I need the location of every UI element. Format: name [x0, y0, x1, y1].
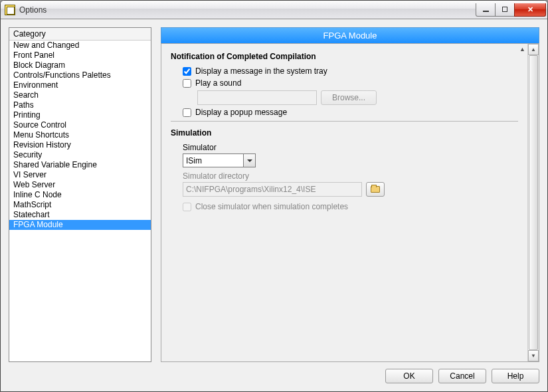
settings-scroll-area: ▲ Notification of Completed Compilation …: [161, 43, 539, 362]
category-item[interactable]: Environment: [9, 80, 151, 90]
row-display-popup: Display a popup message: [183, 108, 518, 117]
browse-dir-button[interactable]: [366, 182, 385, 197]
settings-pane: FPGA Module ▲ Notification of Completed …: [161, 27, 539, 362]
scroll-track[interactable]: [528, 55, 539, 350]
category-header: Category: [9, 28, 151, 41]
close-icon: ✕: [527, 5, 533, 14]
row-simulator-select: ISim: [183, 153, 518, 167]
maximize-icon: [502, 7, 507, 12]
options-dialog: Options ✕ Category New and ChangedFront …: [0, 0, 548, 392]
section-simulation-title: Simulation: [171, 128, 518, 138]
category-item[interactable]: Shared Variable Engine: [9, 160, 151, 170]
window-title: Options: [19, 5, 46, 15]
checkbox-display-popup[interactable]: [183, 108, 191, 117]
maximize-button[interactable]: [495, 3, 515, 17]
category-item[interactable]: Security: [9, 150, 151, 160]
category-item[interactable]: Front Panel: [9, 50, 151, 60]
row-display-tray: Display a message in the system tray: [183, 66, 518, 76]
minimize-button[interactable]: [476, 3, 496, 17]
chevron-down-icon: [243, 154, 255, 167]
scroll-up-icon: ▲: [519, 46, 525, 52]
scroll-thumb[interactable]: [529, 55, 538, 350]
label-display-tray[interactable]: Display a message in the system tray: [195, 66, 327, 76]
scroll-up-button[interactable]: ▲: [528, 44, 539, 55]
category-panel: Category New and ChangedFront PanelBlock…: [9, 27, 151, 362]
dialog-button-bar: OK Cancel Help: [9, 362, 539, 383]
row-simulator-dir: [183, 182, 518, 197]
label-simulator-dir: Simulator directory: [183, 171, 518, 181]
category-item[interactable]: New and Changed: [9, 41, 151, 50]
row-sound-path: Browse...: [197, 90, 518, 105]
category-item[interactable]: MathScript: [9, 200, 151, 210]
label-play-sound[interactable]: Play a sound: [195, 78, 241, 88]
simulator-select-value: ISim: [183, 156, 243, 165]
help-button[interactable]: Help: [492, 369, 539, 383]
category-item[interactable]: Printing: [9, 110, 151, 120]
row-close-sim: Close simulator when simulation complete…: [183, 202, 518, 211]
titlebar[interactable]: Options ✕: [1, 1, 547, 19]
page-title: FPGA Module: [161, 27, 539, 43]
settings-content: ▲ Notification of Completed Compilation …: [161, 44, 527, 361]
input-sound-path: [197, 90, 317, 105]
label-display-popup[interactable]: Display a popup message: [195, 108, 287, 117]
category-item[interactable]: Menu Shortcuts: [9, 130, 151, 140]
checkbox-close-sim: [183, 203, 191, 211]
window-controls: ✕: [476, 3, 546, 17]
main-area: Category New and ChangedFront PanelBlock…: [9, 27, 539, 362]
client-area: Category New and ChangedFront PanelBlock…: [1, 19, 547, 391]
category-item[interactable]: Statechart: [9, 210, 151, 220]
simulator-select[interactable]: ISim: [183, 153, 256, 167]
cancel-button[interactable]: Cancel: [438, 369, 486, 383]
row-play-sound: Play a sound: [183, 78, 518, 88]
category-item[interactable]: Source Control: [9, 120, 151, 130]
close-button[interactable]: ✕: [514, 3, 546, 17]
label-close-sim: Close simulator when simulation complete…: [195, 202, 348, 211]
category-item[interactable]: Web Server: [9, 180, 151, 190]
category-list[interactable]: New and ChangedFront PanelBlock DiagramC…: [9, 41, 151, 361]
category-item[interactable]: Revision History: [9, 140, 151, 150]
vertical-scrollbar[interactable]: ▲ ▼: [527, 44, 539, 361]
checkbox-play-sound[interactable]: [183, 79, 191, 88]
category-item[interactable]: Controls/Functions Palettes: [9, 70, 151, 80]
app-icon: [5, 5, 15, 15]
folder-icon: [371, 186, 380, 193]
category-item[interactable]: FPGA Module: [9, 220, 151, 230]
category-item[interactable]: Search: [9, 90, 151, 100]
input-simulator-dir: [183, 182, 362, 197]
section-notification-title: Notification of Completed Compilation: [171, 52, 518, 61]
category-item[interactable]: Inline C Node: [9, 190, 151, 200]
ok-button[interactable]: OK: [385, 369, 433, 383]
category-item[interactable]: VI Server: [9, 170, 151, 180]
minimize-icon: [483, 11, 489, 12]
section-divider: [171, 121, 518, 122]
browse-sound-button: Browse...: [321, 90, 377, 105]
scroll-down-button[interactable]: ▼: [528, 350, 539, 361]
label-simulator: Simulator: [183, 143, 518, 152]
category-item[interactable]: Block Diagram: [9, 60, 151, 70]
checkbox-display-tray[interactable]: [183, 67, 191, 76]
category-item[interactable]: Paths: [9, 100, 151, 110]
